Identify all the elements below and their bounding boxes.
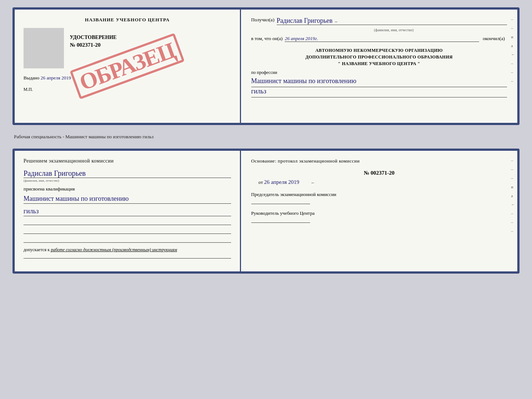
qual-right-date-row: от 26 апреля 2019 –: [251, 179, 507, 185]
qualification-document: Решением экзаменационной комиссии Радисл…: [12, 149, 520, 274]
qual-dopuskaetsya-row: допускается к работе согласно должностны…: [24, 247, 231, 253]
qual-line2: [24, 228, 231, 234]
qual-line4: [24, 253, 231, 259]
cert-okonchil-label: окончил(а): [483, 36, 505, 42]
cert-school-title: НАЗВАНИЕ УЧЕБНОГО ЦЕНТРА: [24, 17, 231, 23]
cert-side-marks: – – и а ← – – –: [511, 17, 515, 83]
cert-vtom-label: в том, что он(а): [251, 36, 283, 42]
cert-mp: М.П.: [24, 87, 231, 92]
cert-org-block: АВТОНОМНУЮ НЕКОММЕРЧЕСКУЮ ОРГАНИЗАЦИЮ ДО…: [251, 47, 507, 67]
cert-vtom-row: в том, что он(а) 26 апреля 2019г. окончи…: [251, 36, 507, 42]
cert-right-panel: Получил(а) Радислав Григорьев – (фамилия…: [241, 10, 517, 123]
certificate-document: НАЗВАНИЕ УЧЕБНОГО ЦЕНТРА УДОСТОВЕРЕНИЕ №…: [12, 7, 520, 125]
cert-profession-value1: Машинист машины по изготовлению: [251, 77, 507, 87]
qual-left-panel: Решением экзаменационной комиссии Радисл…: [15, 151, 241, 271]
cert-po-professii-label: по профессии: [251, 70, 507, 75]
qual-line3: [24, 237, 231, 243]
cert-vydano-row: Выдано 26 апреля 2019: [24, 72, 231, 81]
qual-chairman-sign-line: [251, 204, 310, 204]
cert-profession-value2: гильз: [251, 87, 507, 97]
cert-photo-placeholder: [24, 28, 64, 68]
cert-udostoverenie-label: УДОСТОВЕРЕНИЕ: [70, 31, 231, 40]
cert-poluchil-row: Получил(а) Радислав Григорьев –: [251, 17, 507, 25]
qual-profession-value2: гильз: [24, 207, 231, 216]
cert-org-line2: ДОПОЛНИТЕЛЬНОГО ПРОФЕССИОНАЛЬНОГО ОБРАЗО…: [251, 54, 507, 60]
qual-line1: [24, 219, 231, 225]
qual-heading: Решением экзаменационной комиссии: [24, 158, 231, 164]
qual-head-sign-line: [251, 222, 310, 223]
cert-left-panel: НАЗВАНИЕ УЧЕБНОГО ЦЕНТРА УДОСТОВЕРЕНИЕ №…: [15, 10, 241, 123]
qual-profession-value1: Машинист машины по изготовлению: [24, 194, 231, 204]
separator-text: Рабочая специальность - Машинист машины …: [12, 131, 520, 143]
qual-dopuskaetsya-label: допускается к: [24, 247, 50, 252]
qual-name-sublabel: (фамилия, имя, отчество): [24, 179, 231, 182]
cert-fio-sublabel: (фамилия, имя, отчество): [251, 28, 507, 32]
cert-recipient-name: Радислав Григорьев: [277, 17, 332, 24]
qual-name: Радислав Григорьев: [24, 169, 231, 178]
cert-number: № 002371-20: [70, 42, 231, 48]
cert-org-line1: АВТОНОМНУЮ НЕКОММЕРЧЕСКУЮ ОРГАНИЗАЦИЮ: [251, 47, 507, 54]
qual-right-heading: Основание: протокол экзаменационной коми…: [251, 158, 507, 164]
qual-right-number: № 002371-20: [251, 170, 507, 176]
cert-vydano-label: Выдано: [24, 75, 39, 81]
cert-org-name: " НАЗВАНИЕ УЧЕБНОГО ЦЕНТРА ": [251, 60, 507, 67]
cert-date-value: 26 апреля 2019г.: [285, 36, 479, 42]
qual-ot-label: от: [259, 179, 263, 185]
qual-head-label: Руководитель учебного Центра: [251, 210, 507, 217]
qual-dopuskaetsya-value: работе согласно должностным (производств…: [51, 247, 177, 252]
qual-right-panel: Основание: протокол экзаменационной коми…: [241, 151, 517, 271]
qual-side-marks: – – – и а ← – – –: [511, 158, 515, 233]
cert-poluchil-label: Получил(а): [251, 17, 274, 23]
qual-date-value: 26 апреля 2019: [264, 179, 299, 185]
cert-vydano-date: 26 апреля 2019: [41, 75, 71, 81]
page-container: НАЗВАНИЕ УЧЕБНОГО ЦЕНТРА УДОСТОВЕРЕНИЕ №…: [12, 7, 520, 274]
qual-chairman-label: Председатель экзаменационной комиссии: [251, 191, 507, 198]
qual-prisvoena-label: присвоена квалификация: [24, 186, 231, 192]
